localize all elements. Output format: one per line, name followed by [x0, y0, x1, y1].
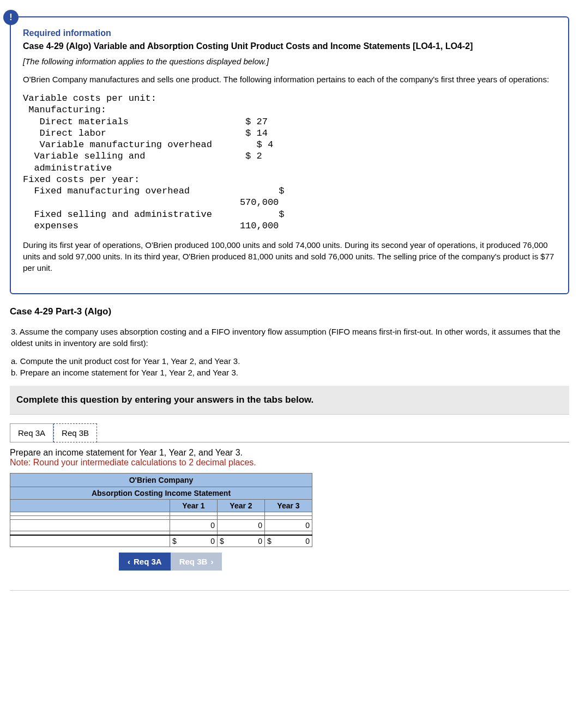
direct-materials-value: $ 27 — [245, 117, 268, 127]
row4-y3[interactable] — [265, 531, 312, 536]
row3-label[interactable] — [10, 520, 170, 531]
chevron-right-icon: › — [210, 557, 213, 566]
fsa-label-line1: Fixed selling and administrative — [34, 209, 212, 220]
part-title: Case 4-29 Part-3 (Algo) — [10, 306, 569, 317]
row4-label[interactable] — [10, 531, 170, 536]
row2-y3[interactable] — [265, 516, 312, 520]
tabs-row: Req 3A Req 3B — [10, 423, 569, 442]
direct-labor-label: Direct labor — [40, 128, 106, 138]
col-year-3: Year 3 — [265, 500, 312, 512]
question-a: a. Compute the unit product cost for Yea… — [11, 355, 568, 367]
fmo-value: 570,000 — [240, 197, 279, 208]
cost-data-block: Variable costs per unit: Manufacturing: … — [23, 93, 556, 232]
fmo-currency: $ — [279, 186, 284, 196]
operations-paragraph: During its first year of operations, O'B… — [23, 239, 556, 274]
question-intro: 3. Assume the company uses absorption co… — [11, 326, 568, 349]
fmo-label: Fixed manufacturing overhead — [34, 186, 190, 196]
fsa-currency: $ — [279, 209, 284, 220]
variable-costs-heading: Variable costs per unit: — [23, 93, 156, 104]
col-year-1: Year 1 — [170, 500, 218, 512]
vsa-label-line2: administrative — [34, 163, 112, 173]
vsa-label-line1: Variable selling and — [34, 151, 145, 161]
row5-y2: $0 — [218, 535, 265, 547]
company-intro-paragraph: O'Brien Company manufactures and sells o… — [23, 74, 556, 85]
direct-labor-value: $ 14 — [245, 128, 268, 138]
row3-y2: 0 — [218, 520, 265, 531]
tab-req-3b[interactable]: Req 3B — [53, 423, 97, 442]
rounding-note: Note: Round your intermediate calculatio… — [10, 458, 569, 468]
page-footer — [10, 590, 569, 604]
row3-y3: 0 — [265, 520, 312, 531]
nav-next-button[interactable]: Req 3B › — [171, 553, 222, 571]
row4-y1[interactable] — [170, 531, 218, 536]
manufacturing-heading: Manufacturing: — [28, 105, 106, 115]
table-subtitle-header: Absorption Costing Income Statement — [10, 487, 312, 500]
fsa-value: 110,000 — [240, 221, 279, 231]
nav-prev-button[interactable]: ‹ Req 3A — [119, 553, 171, 571]
col-year-2: Year 2 — [218, 500, 265, 512]
row1-label[interactable] — [10, 512, 170, 516]
row2-y2[interactable] — [218, 516, 265, 520]
tab-req-3a[interactable]: Req 3A — [10, 423, 53, 442]
nav-row: ‹ Req 3A Req 3B › — [119, 553, 569, 571]
row2-label[interactable] — [10, 516, 170, 520]
nav-prev-label: Req 3A — [134, 557, 162, 566]
income-statement-table: O'Brien Company Absorption Costing Incom… — [10, 473, 312, 547]
row1-y3[interactable] — [265, 512, 312, 516]
row1-y2[interactable] — [218, 512, 265, 516]
nav-next-label: Req 3B — [179, 557, 208, 566]
alert-icon: ! — [3, 10, 19, 25]
case-title: Case 4-29 (Algo) Variable and Absorption… — [23, 41, 556, 51]
tab-prompt: Prepare an income statement for Year 1, … — [10, 448, 569, 458]
vsa-value: $ 2 — [245, 151, 262, 161]
table-blank-header — [10, 500, 170, 512]
row4-y2[interactable] — [218, 531, 265, 536]
applies-note: [The following information applies to th… — [23, 57, 556, 66]
row5-y3: $0 — [265, 535, 312, 547]
row1-y1[interactable] — [170, 512, 218, 516]
direct-materials-label: Direct materials — [40, 117, 129, 127]
fixed-costs-heading: Fixed costs per year: — [23, 174, 140, 185]
table-company-header: O'Brien Company — [10, 474, 312, 487]
chevron-left-icon: ‹ — [128, 557, 130, 566]
required-info-heading: Required information — [23, 28, 556, 38]
tab-content: Prepare an income statement for Year 1, … — [10, 442, 569, 571]
question-b: b. Prepare an income statement for Year … — [11, 367, 568, 378]
row5-y1: $0 — [170, 535, 218, 547]
fsa-label-line2: expenses — [34, 221, 79, 231]
vmo-label: Variable manufacturing overhead — [40, 139, 212, 150]
required-information-box: ! Required information Case 4-29 (Algo) … — [10, 16, 569, 294]
vmo-value: $ 4 — [257, 139, 274, 150]
row3-y1: 0 — [170, 520, 218, 531]
instruction-bar: Complete this question by entering your … — [10, 386, 569, 415]
row2-y1[interactable] — [170, 516, 218, 520]
row5-label[interactable] — [10, 535, 170, 547]
